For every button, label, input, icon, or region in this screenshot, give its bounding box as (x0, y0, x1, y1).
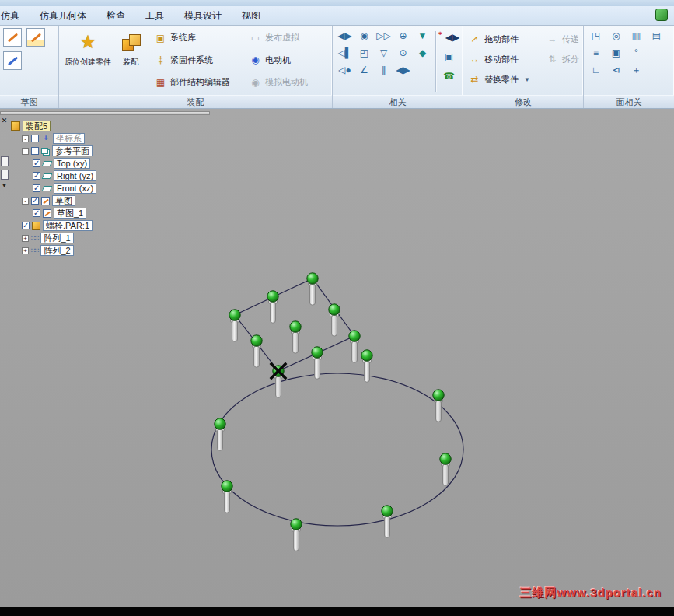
relate-icon-r1c4[interactable]: ◆ (414, 45, 431, 61)
face-icon-r2c2[interactable]: ＋ (627, 62, 645, 78)
app-icon-right[interactable] (655, 9, 668, 21)
tree-row-3[interactable]: Top (xy) (33, 157, 205, 170)
face-icon-r0c1[interactable]: ◎ (607, 28, 625, 44)
relate-icon-r0c3[interactable]: ⊕ (394, 28, 412, 44)
tree-expander-10[interactable]: + (22, 247, 29, 254)
bolt-15[interactable] (291, 519, 302, 551)
bolt-1[interactable] (267, 291, 278, 323)
tree-item-label-4[interactable]: Right (yz) (54, 170, 96, 181)
relate-icon-r2c3[interactable]: ◀▶ (394, 62, 412, 78)
tree-expander-1[interactable]: - (22, 135, 29, 142)
bolt-4[interactable] (290, 321, 301, 353)
tree-row-10[interactable]: +∷∷阵列_2 (22, 244, 205, 257)
tree-row-1[interactable]: -+坐标系 (22, 132, 205, 145)
bolt-12[interactable] (440, 453, 451, 485)
sketch-tool-icon[interactable] (3, 28, 22, 47)
tree-item-label-9[interactable]: 阵列_1 (40, 233, 73, 243)
relate-icon-r0c2[interactable]: ▷▷ (375, 28, 393, 44)
tree-row-8[interactable]: 螺栓.PAR:1 (22, 219, 205, 232)
menu-item-0[interactable]: 仿真 (0, 6, 30, 25)
face-icon-r1c1[interactable]: ▣ (607, 45, 625, 61)
assemble-button[interactable]: 装配 (113, 28, 148, 95)
tree-row-4[interactable]: Right (yz) (33, 170, 205, 182)
relate-side-icon-2[interactable]: ☎ (440, 68, 458, 84)
strip-dropdown-icon[interactable]: ▼ (0, 183, 9, 188)
ellipse-curve[interactable] (211, 373, 463, 526)
bolt-5[interactable] (349, 331, 360, 362)
relate-icon-r0c1[interactable]: ◉ (355, 28, 373, 44)
tree-row-7[interactable]: 草图_1 (33, 207, 205, 219)
relate-icon-r1c2[interactable]: ▽ (375, 45, 393, 61)
relate-icon-r0c0[interactable]: ◀▶ (336, 28, 354, 44)
bolt-10[interactable] (433, 390, 444, 422)
relate-icon-r2c2[interactable]: ∥ (375, 62, 393, 78)
tree-checkbox-5[interactable] (33, 184, 40, 192)
relate-side-icon-0[interactable]: ＊◀▶ (440, 30, 458, 45)
bolt-13[interactable] (222, 481, 232, 513)
assembly-button-1[interactable]: ‡紧固件系统 (152, 54, 241, 67)
tree-item-label-3[interactable]: Top (xy) (54, 158, 90, 169)
bolt-3[interactable] (229, 310, 240, 341)
tree-item-label-8[interactable]: 螺栓.PAR:1 (43, 220, 93, 231)
bolt-0[interactable] (307, 273, 318, 305)
tree-expander-6[interactable]: - (22, 198, 29, 205)
tree-row-0[interactable]: 装配5 (11, 120, 205, 132)
tree-checkbox-8[interactable] (22, 222, 30, 229)
tree-checkbox-4[interactable] (33, 172, 40, 180)
face-icon-r0c0[interactable]: ◳ (587, 28, 605, 44)
tree-row-6[interactable]: -草图 (22, 194, 205, 207)
assembly-button-4[interactable]: ◉电动机 (247, 54, 325, 67)
relate-icon-r2c1[interactable]: ∠ (355, 62, 373, 78)
relate-icon-r0c4[interactable]: ▼ (414, 28, 431, 44)
bolt-2[interactable] (329, 304, 340, 336)
library-tool-icon[interactable] (1, 170, 9, 180)
bolt-11[interactable] (215, 418, 225, 450)
face-icon-r0c2[interactable]: ▥ (627, 28, 645, 44)
sketch-tool2-icon[interactable] (3, 51, 22, 70)
menu-item-5[interactable]: 视图 (232, 6, 271, 25)
face-icon-r1c0[interactable]: ≡ (587, 45, 605, 61)
panel-resize-bar[interactable] (0, 111, 210, 115)
face-icon-r0c3[interactable]: ▤ (648, 28, 665, 44)
create-in-place-button[interactable]: ★ 原位创建零件 (62, 28, 113, 95)
modify-button-4[interactable]: ⇄替换零件▼ (466, 69, 544, 89)
modify-button-2[interactable]: ↔移动部件 (466, 49, 544, 69)
relate-icon-r1c3[interactable]: ⊙ (394, 45, 412, 61)
sketch-paper-icon[interactable] (26, 28, 45, 47)
tree-expander-9[interactable]: + (22, 235, 29, 242)
face-icon-r2c1[interactable]: ⊲ (607, 62, 625, 78)
tree-item-label-7[interactable]: 草图_1 (54, 208, 86, 219)
tree-checkbox-1[interactable] (31, 135, 39, 142)
modify-dropdown-icon[interactable]: ▼ (524, 76, 530, 83)
tree-checkbox-2[interactable] (31, 147, 39, 155)
bolt-14[interactable] (382, 506, 393, 537)
modify-button-0[interactable]: ↗拖动部件 (466, 29, 544, 49)
tree-item-label-1[interactable]: 坐标系 (53, 133, 85, 144)
tree-checkbox-3[interactable] (33, 159, 40, 167)
tree-item-label-5[interactable]: Front (xz) (54, 183, 96, 194)
pathfinder-tool-icon[interactable] (1, 156, 9, 166)
tree-item-label-0[interactable]: 装配5 (23, 121, 51, 131)
bolt-9[interactable] (361, 350, 372, 382)
relate-icon-r1c0[interactable]: ◁▌ (336, 45, 354, 61)
relate-side-icon-1[interactable]: ▣ (440, 49, 458, 65)
relate-icon-r2c0[interactable]: ◁● (336, 62, 354, 78)
tree-row-5[interactable]: Front (xz) (33, 182, 205, 194)
face-icon-r2c0[interactable]: ∟ (587, 62, 605, 78)
tree-row-2[interactable]: -参考平面 (22, 145, 205, 157)
menu-item-2[interactable]: 检查 (96, 6, 135, 25)
tree-item-label-2[interactable]: 参考平面 (52, 145, 93, 156)
menu-item-3[interactable]: 工具 (135, 6, 174, 25)
tree-expander-2[interactable]: - (22, 148, 29, 155)
tree-item-label-6[interactable]: 草图 (52, 195, 75, 206)
face-icon-r1c2[interactable]: ° (627, 45, 645, 61)
tree-checkbox-7[interactable] (33, 209, 40, 217)
viewport[interactable]: ✕ ▼ 装配5-+坐标系-参考平面Top (xy)Right (yz)Front… (0, 109, 674, 607)
menu-item-1[interactable]: 仿真几何体 (30, 6, 96, 25)
tree-checkbox-6[interactable] (31, 197, 39, 205)
tree-item-label-10[interactable]: 阵列_2 (40, 245, 73, 256)
menu-item-4[interactable]: 模具设计 (174, 6, 232, 25)
assembly-button-2[interactable]: ▦部件结构编辑器 (152, 75, 241, 89)
close-panel-icon[interactable]: ✕ (0, 117, 9, 125)
relate-icon-r1c1[interactable]: ◰ (355, 45, 373, 61)
